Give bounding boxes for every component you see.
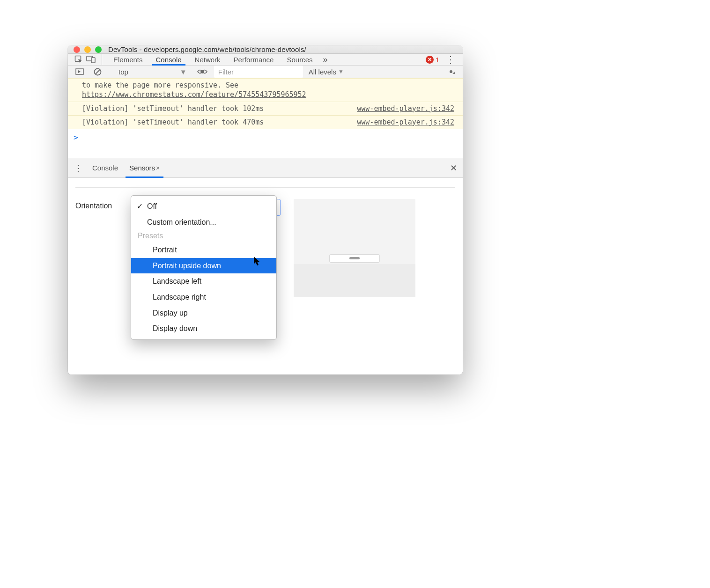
- error-icon: ✕: [426, 56, 434, 64]
- dropdown-group-presets: Presets: [131, 230, 276, 242]
- close-tab-icon[interactable]: ×: [156, 164, 160, 172]
- console-prompt[interactable]: >: [68, 129, 463, 146]
- log-source-link[interactable]: www-embed-player.js:342: [357, 118, 463, 127]
- more-tabs-icon[interactable]: »: [319, 55, 332, 65]
- device-preview-bar: [329, 254, 380, 263]
- log-message: [Violation] 'setTimeout' handler took 47…: [82, 118, 357, 127]
- close-drawer-icon[interactable]: ✕: [450, 163, 457, 173]
- context-selector[interactable]: top ▼: [115, 67, 191, 77]
- tab-console[interactable]: Console: [149, 54, 188, 65]
- cursor-icon: [254, 257, 260, 266]
- orientation-label: Orientation: [75, 199, 122, 210]
- dropdown-option-landscape-right[interactable]: Landscape right: [131, 289, 276, 305]
- window-title: DevTools - developers.google.com/web/too…: [108, 45, 306, 53]
- toggle-sidebar-icon[interactable]: [74, 68, 86, 75]
- drawer-tab-sensors[interactable]: Sensors ×: [124, 158, 165, 177]
- divider: [102, 54, 102, 65]
- log-link[interactable]: https://www.chromestatus.com/feature/574…: [82, 90, 306, 99]
- traffic-lights: [74, 46, 102, 53]
- orientation-row: Orientation ⇅ Off Custom orientation... …: [75, 199, 455, 297]
- orientation-dropdown: Off Custom orientation... Presets Portra…: [131, 195, 277, 340]
- zoom-window-button[interactable]: [95, 46, 102, 53]
- context-value: top: [118, 68, 128, 76]
- log-row: [Violation] 'setTimeout' handler took 47…: [68, 115, 463, 129]
- main-tab-strip: Elements Console Network Performance Sou…: [68, 54, 463, 66]
- log-levels-label: All levels: [309, 68, 336, 76]
- svg-point-6: [201, 70, 204, 73]
- drawer-body: Orientation ⇅ Off Custom orientation... …: [68, 178, 463, 375]
- tab-network[interactable]: Network: [188, 54, 227, 65]
- tab-sources[interactable]: Sources: [280, 54, 319, 65]
- settings-menu-icon[interactable]: ⋮: [443, 54, 458, 65]
- dropdown-option-off[interactable]: Off: [131, 198, 276, 214]
- chevron-down-icon: ▼: [338, 68, 344, 75]
- svg-rect-2: [91, 58, 95, 63]
- drawer-panel: ⋮ Console Sensors × ✕ Orientation ⇅: [68, 158, 463, 375]
- drawer-menu-icon[interactable]: ⋮: [74, 162, 87, 174]
- filter-input[interactable]: [214, 66, 303, 78]
- dropdown-option-display-up[interactable]: Display up: [131, 305, 276, 321]
- drawer-tab-console[interactable]: Console: [87, 158, 124, 177]
- divider: [75, 187, 455, 188]
- devtools-window: DevTools - developers.google.com/web/too…: [68, 45, 463, 375]
- drawer-tab-strip: ⋮ Console Sensors × ✕: [68, 158, 463, 178]
- inspect-element-icon[interactable]: [73, 55, 85, 64]
- log-message: [Violation] 'setTimeout' handler took 10…: [82, 104, 357, 113]
- dropdown-option-display-down[interactable]: Display down: [131, 321, 276, 337]
- device-preview: [294, 199, 415, 297]
- title-bar: DevTools - developers.google.com/web/too…: [68, 45, 463, 54]
- device-preview-body: [294, 264, 415, 297]
- tab-performance[interactable]: Performance: [227, 54, 281, 65]
- drawer-tab-label: Sensors: [129, 164, 155, 172]
- error-badge[interactable]: ✕ 1: [426, 56, 439, 64]
- tab-elements[interactable]: Elements: [107, 54, 149, 65]
- log-levels-selector[interactable]: All levels ▼: [309, 68, 344, 76]
- live-expression-icon[interactable]: [196, 68, 208, 75]
- dropdown-option-portrait[interactable]: Portrait: [131, 242, 276, 258]
- minimize-window-button[interactable]: [84, 46, 91, 53]
- log-source-link[interactable]: www-embed-player.js:342: [357, 104, 463, 113]
- clear-console-icon[interactable]: [91, 68, 104, 76]
- error-count: 1: [436, 56, 439, 64]
- console-toolbar: top ▼ All levels ▼: [68, 66, 463, 78]
- log-row: [Violation] 'setTimeout' handler took 10…: [68, 102, 463, 115]
- device-toggle-icon[interactable]: [85, 56, 97, 63]
- svg-line-5: [95, 69, 100, 74]
- log-message: to make the page more responsive. See: [82, 81, 238, 89]
- close-window-button[interactable]: [74, 46, 80, 53]
- console-settings-icon[interactable]: [445, 67, 457, 76]
- console-log-area: to make the page more responsive. See ht…: [68, 78, 463, 129]
- dropdown-option-custom[interactable]: Custom orientation...: [131, 214, 276, 230]
- chevron-down-icon: ▼: [180, 68, 187, 76]
- log-row: to make the page more responsive. See ht…: [68, 78, 463, 102]
- dropdown-option-landscape-left[interactable]: Landscape left: [131, 273, 276, 289]
